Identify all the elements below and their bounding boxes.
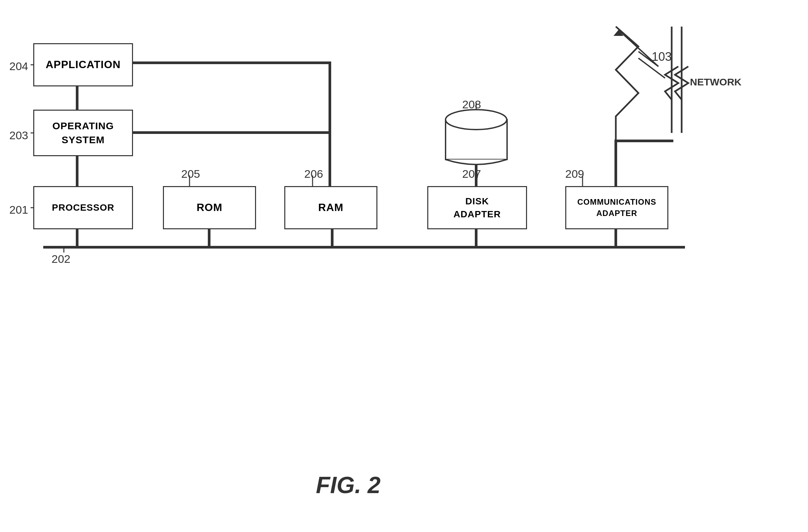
svg-rect-3 <box>331 229 333 249</box>
ref-204: 204 <box>9 60 28 73</box>
comm-adapter-box: COMMUNICATIONSADAPTER <box>565 186 668 229</box>
svg-rect-23 <box>445 120 507 159</box>
svg-rect-0 <box>43 246 685 249</box>
disk-adapter-box: DISKADAPTER <box>427 186 527 229</box>
operating-system-box: OPERATINGSYSTEM <box>33 110 133 156</box>
svg-rect-1 <box>76 229 78 249</box>
ref-209: 209 <box>565 168 584 180</box>
rom-box: ROM <box>163 186 256 229</box>
processor-box: PROCESSOR <box>33 186 133 229</box>
application-box: APPLICATION <box>33 43 133 87</box>
ref-207: 207 <box>462 168 481 180</box>
svg-point-24 <box>445 110 507 130</box>
ram-box: RAM <box>284 186 378 229</box>
figure-caption: FIG. 2 <box>316 472 380 498</box>
diagram-container: APPLICATION OPERATINGSYSTEM PROCESSOR RO… <box>0 0 808 532</box>
ref-202: 202 <box>52 252 71 266</box>
ref-206: 206 <box>304 168 323 180</box>
ref-205: 205 <box>181 168 200 180</box>
svg-rect-5 <box>614 229 617 249</box>
svg-rect-27 <box>617 139 673 142</box>
svg-rect-4 <box>475 229 477 249</box>
network-label: NETWORK <box>690 76 741 88</box>
ref-103: 103 <box>652 50 672 64</box>
svg-rect-8 <box>329 64 331 187</box>
svg-rect-2 <box>208 229 210 249</box>
svg-rect-11 <box>614 139 617 187</box>
ref-203: 203 <box>9 129 28 142</box>
ref-201: 201 <box>9 203 28 216</box>
ref-208: 208 <box>462 98 481 111</box>
svg-marker-13 <box>613 30 623 36</box>
